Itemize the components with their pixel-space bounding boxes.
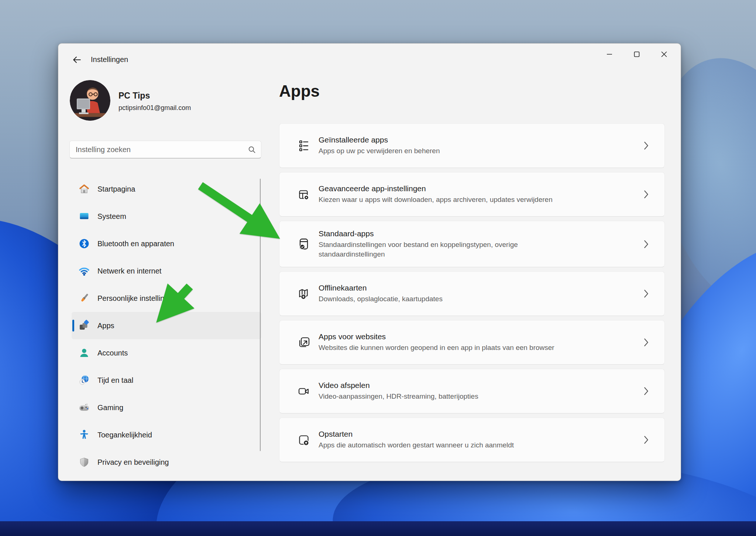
card-title: Video afspelen [319,381,478,390]
default-apps-icon [297,237,310,251]
close-icon [660,50,668,58]
card-opstarten[interactable]: Opstarten Apps die automatisch worden ge… [279,418,665,462]
sidebar-item-gaming[interactable]: Gaming [72,394,261,421]
sidebar-item-toegankelijkheid[interactable]: Toegankelijkheid [72,421,261,449]
close-button[interactable] [650,44,678,65]
chevron-right-icon [644,387,649,395]
chevron-right-icon [644,338,649,347]
sidebar-nav: Startpagina Systeem Bluetooth en apparat… [72,175,261,476]
bluetooth-icon [78,238,90,250]
sidebar-item-label: Persoonlijke instellingen [97,294,177,303]
profile-name: PC Tips [118,91,150,101]
sidebar-item-privacy-en-beveiliging[interactable]: Privacy en beveiliging [72,449,261,476]
card-standaard-apps[interactable]: Standaard-apps Standaardinstellingen voo… [279,221,665,267]
card-title: Standaard-apps [319,229,573,238]
chevron-right-icon [644,436,649,444]
apps-icon [78,320,90,331]
sidebar-item-bluetooth-en-apparaten[interactable]: Bluetooth en apparaten [72,230,261,257]
sidebar-item-label: Privacy en beveiliging [97,458,169,467]
card-title: Offlinekaarten [319,284,443,292]
minimize-button[interactable] [596,44,623,65]
video-playback-icon [297,385,310,398]
sidebar-item-label: Netwerk en internet [97,267,161,275]
avatar[interactable] [70,80,110,121]
card-geinstalleerde-apps[interactable]: Geïnstalleerde apps Apps op uw pc verwij… [279,123,665,168]
network-icon [78,265,90,277]
sidebar-item-label: Tijd en taal [97,376,133,385]
card-title: Opstarten [319,430,514,439]
search-icon [248,146,256,154]
settings-window: Instellingen [58,43,681,481]
settings-card-list: Geïnstalleerde apps Apps op uw pc verwij… [279,123,665,462]
sidebar-item-accounts[interactable]: Accounts [72,339,261,367]
gaming-icon [78,402,90,413]
time-language-icon [78,374,90,386]
card-subtitle: Video-aanpassingen, HDR-streaming, batte… [319,392,478,401]
maximize-button[interactable] [623,44,650,65]
page-title: Apps [279,82,320,100]
offline-maps-icon [297,287,310,300]
sidebar-item-label: Gaming [97,403,123,412]
sidebar-scrollbar[interactable] [260,179,261,451]
personalization-icon [78,292,90,304]
sidebar-item-tijd-en-taal[interactable]: Tijd en taal [72,367,261,394]
back-arrow-icon [72,55,82,65]
installed-apps-icon [297,139,310,152]
minimize-icon [605,50,614,58]
home-icon [78,183,90,195]
advanced-app-settings-icon [297,188,310,201]
card-subtitle: Apps die automatisch worden gestart wann… [319,440,514,450]
chevron-right-icon [644,240,649,248]
sidebar-item-label: Apps [97,322,114,330]
back-button[interactable] [69,53,84,66]
card-apps-voor-websites[interactable]: Apps voor websites Websites die kunnen w… [279,320,665,365]
sidebar-item-systeem[interactable]: Systeem [72,203,261,230]
sidebar-item-label: Systeem [97,212,126,221]
sidebar-item-label: Accounts [97,349,128,357]
window-title: Instellingen [91,55,128,64]
wallpaper-bottom-band [0,521,756,536]
chevron-right-icon [644,289,649,298]
card-subtitle: Downloads, opslaglocatie, kaartupdates [319,294,443,304]
sidebar-item-persoonlijke-instellingen[interactable]: Persoonlijke instellingen [72,285,261,312]
profile-email: pctipsinfo01@gmail.com [118,104,191,112]
chevron-right-icon [644,190,649,199]
sidebar-item-apps[interactable]: Apps [72,312,261,339]
startup-icon [297,433,310,447]
sidebar-item-netwerk-en-internet[interactable]: Netwerk en internet [72,257,261,285]
card-subtitle: Standaardinstellingen voor bestand en ko… [319,240,573,259]
maximize-icon [633,50,641,58]
sidebar-item-label: Bluetooth en apparaten [97,240,174,248]
card-subtitle: Kiezen waar u apps wilt downloaden, apps… [319,195,553,205]
card-subtitle: Websites die kunnen worden geopend in ee… [319,343,554,353]
chevron-right-icon [644,141,649,150]
card-offlinekaarten[interactable]: Offlinekaarten Downloads, opslaglocatie,… [279,271,665,316]
sidebar-item-label: Toegankelijkheid [97,431,152,439]
privacy-icon [78,456,90,468]
search-box[interactable] [69,141,261,158]
titlebar[interactable]: Instellingen [58,44,681,67]
card-title: Apps voor websites [319,332,554,341]
card-title: Geavanceerde app-instellingen [319,184,553,193]
accessibility-icon [78,429,90,441]
accounts-icon [78,347,90,359]
apps-for-websites-icon [297,336,310,349]
card-subtitle: Apps op uw pc verwijderen en beheren [319,146,440,156]
card-title: Geïnstalleerde apps [319,135,440,144]
card-video-afspelen[interactable]: Video afspelen Video-aanpassingen, HDR-s… [279,369,665,413]
card-geavanceerde-app-instellingen[interactable]: Geavanceerde app-instellingen Kiezen waa… [279,172,665,217]
system-icon [78,210,90,222]
sidebar-item-label: Startpagina [97,185,135,193]
sidebar-item-startpagina[interactable]: Startpagina [72,175,261,203]
search-input[interactable] [75,145,248,154]
